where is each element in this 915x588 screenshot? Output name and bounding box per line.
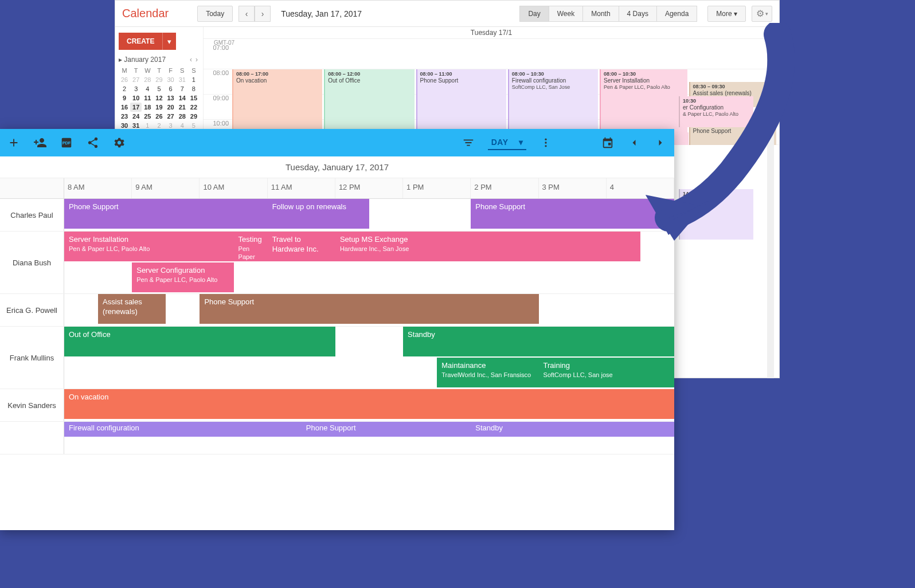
schedule-event[interactable]: Phone Support [302,422,471,437]
next-button[interactable] [654,136,667,150]
create-button[interactable]: CREATE [119,33,162,50]
mini-day[interactable]: 14 [177,93,188,103]
svg-point-4 [545,142,546,143]
calendar-event[interactable]: 14:00 – 17:00Phone Support [679,189,753,240]
mini-day[interactable]: 27 [165,112,177,121]
schedule-event[interactable]: Standby [471,422,674,437]
calendar-event[interactable]: 08:00 – 10:30Server InstallationPen & Pa… [600,69,687,132]
view-day[interactable]: Day [519,6,549,22]
mini-day[interactable]: 16 [119,103,130,112]
prev-day-button[interactable]: ‹ [238,6,255,22]
mini-prev[interactable]: ‹ [188,56,194,64]
mini-day[interactable]: 10 [130,93,142,103]
time-header: 8 AM9 AM10 AM11 AM12 PM1 PM2 PM3 PM4 [0,178,674,199]
mini-calendar-header: ▸ January 2017 ‹› [119,56,200,64]
mini-day[interactable]: 26 [119,75,130,84]
schedule-event[interactable]: Follow up on renewals [268,199,369,229]
hour-header: 8 AM [64,178,132,198]
schedule-event[interactable]: TestingPen Paper [234,232,268,261]
schedule-event[interactable]: Server ConfigurationPen & Paper LLC, Pao… [132,262,233,292]
mini-day[interactable]: 17 [130,103,142,112]
schedule-event[interactable]: Setup MS ExchangeHardware Inc., San Jose [335,232,640,261]
gcal-header: Calendar Today ‹ › Tuesday, Jan 17, 2017… [115,1,779,27]
view-week[interactable]: Week [549,6,583,22]
filter-button[interactable] [462,136,475,150]
mini-day[interactable]: 7 [177,84,188,93]
mini-day[interactable]: 12 [153,93,165,103]
svg-point-3 [545,139,546,140]
mini-next[interactable]: › [194,56,200,64]
mini-day[interactable]: 29 [153,75,165,84]
prev-button[interactable] [627,136,641,150]
mini-day[interactable]: 15 [188,93,200,103]
mini-day[interactable]: 30 [165,75,177,84]
mini-day[interactable]: 19 [153,103,165,112]
mini-day[interactable]: 9 [119,93,130,103]
time-label: 07:00 [204,44,232,69]
mini-day[interactable]: 20 [165,103,177,112]
add-person-button[interactable] [33,136,47,150]
calendar-event[interactable]: 10:30er Configuration& Paper LLC, Paolo … [679,96,753,127]
schedule-event[interactable]: Out of Office [64,327,335,356]
schedule-event[interactable]: Assist sales (renewals) [98,294,166,324]
mini-day[interactable]: 13 [165,93,177,103]
mini-day[interactable]: 11 [142,93,153,103]
mini-day[interactable]: 28 [142,75,153,84]
schedule-row: Frank MullinsOut of OfficeStandbyMaintai… [0,327,674,389]
schedule-event[interactable]: Firewall configuration [64,422,302,437]
mini-day[interactable]: 2 [119,84,130,93]
schedule-event[interactable]: Phone Support [200,294,538,324]
schedule-event[interactable]: Travel to Hardware Inc. [268,232,335,261]
mini-day[interactable]: 23 [119,112,130,121]
mini-day[interactable]: 6 [165,84,177,93]
person-name: Frank Mullins [0,327,64,389]
calendar-event[interactable]: 08:00 – 10:30Firewall configurationSoftC… [508,69,598,132]
mini-day[interactable]: 5 [153,84,165,93]
mini-day[interactable]: 1 [188,75,200,84]
mini-month-label[interactable]: ▸ January 2017 [119,56,166,64]
mini-day[interactable]: 18 [142,103,153,112]
person-name: Erica G. Powell [0,294,64,326]
schedule-row: Diana BushServer InstallationPen & Paper… [0,232,674,294]
schedule-event[interactable]: MaintainanceTravelWorld Inc., San Fransi… [437,358,538,387]
schedule-event[interactable]: Phone Support [64,199,268,229]
mini-day[interactable]: 29 [188,112,200,121]
next-day-button[interactable]: › [255,6,271,22]
mini-day[interactable]: 31 [177,75,188,84]
share-button[interactable] [86,136,100,150]
schedule-event[interactable]: TrainingSoftComp LLC, San jose [539,358,674,387]
create-dropdown[interactable]: ▾ [162,33,176,50]
settings-button[interactable] [112,136,126,150]
mini-day[interactable]: 28 [177,112,188,121]
team-calendar-panel: PDF DAY ▾ Tuesday, January 17, 2017 8 AM… [0,129,674,530]
view-agenda[interactable]: Agenda [657,6,697,22]
settings-button[interactable]: ⚙▾ [752,6,772,22]
mini-day[interactable]: 22 [188,103,200,112]
hour-header: 12 PM [335,178,403,198]
mini-day[interactable]: 27 [130,75,142,84]
more-button[interactable]: More ▾ [707,6,746,22]
menu-button[interactable] [539,136,553,150]
mini-day[interactable]: 25 [142,112,153,121]
pdf-button[interactable]: PDF [60,136,73,150]
svg-rect-6 [608,143,611,146]
mini-day[interactable]: 21 [177,103,188,112]
mini-dow: F [165,66,177,75]
schedule-event[interactable]: Server InstallationPen & Paper LLC, Paol… [64,232,234,261]
mini-day[interactable]: 26 [153,112,165,121]
today-button[interactable]: Today [197,6,233,22]
add-button[interactable] [7,136,21,150]
schedule-row: Kevin SandersOn vacation [0,389,674,422]
view-select[interactable]: DAY ▾ [488,135,526,150]
view-4-days[interactable]: 4 Days [619,6,657,22]
schedule-event[interactable]: Standby [403,327,674,356]
mini-day[interactable]: 4 [142,84,153,93]
schedule-event[interactable]: Phone Support [471,199,674,229]
mini-day[interactable]: 24 [130,112,142,121]
hour-header: 2 PM [471,178,538,198]
mini-day[interactable]: 3 [130,84,142,93]
schedule-event[interactable]: On vacation [64,389,674,419]
today-button[interactable] [601,136,615,150]
view-month[interactable]: Month [583,6,619,22]
mini-day[interactable]: 8 [188,84,200,93]
